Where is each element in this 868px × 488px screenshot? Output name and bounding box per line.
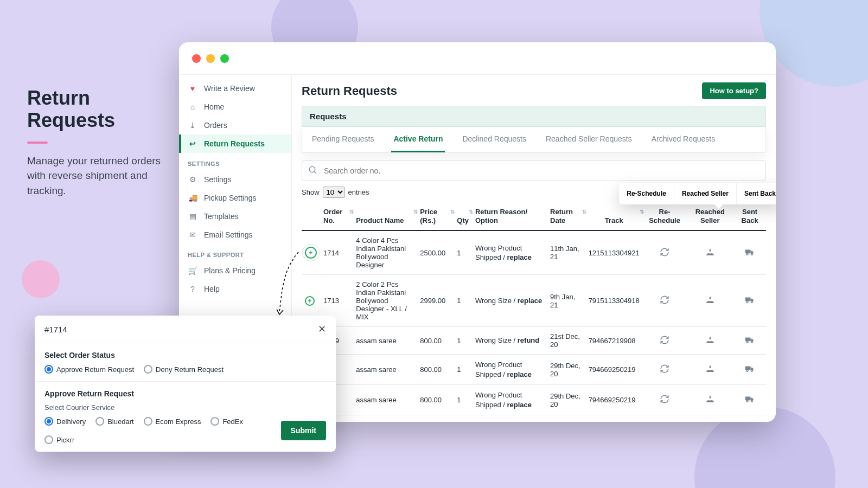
radio-approve[interactable]: Approve Return Request (44, 365, 134, 374)
reached-seller-icon[interactable] (705, 247, 716, 257)
heart-icon: ♥ (188, 84, 197, 93)
svg-point-13 (751, 370, 752, 371)
cell-price: 2500.00 (417, 230, 454, 275)
radio-deny[interactable]: Deny Return Request (144, 365, 224, 374)
expand-row-button[interactable]: + (305, 296, 315, 306)
reached-seller-icon[interactable] (705, 295, 716, 305)
radio-courier-pickrr[interactable]: Pickrr (44, 435, 74, 444)
window-close-icon[interactable] (192, 54, 201, 63)
sidebar-item-review[interactable]: ♥ Write a Review (179, 79, 291, 98)
radio-icon (144, 365, 152, 374)
radio-icon (44, 417, 53, 426)
tooltip-reschedule: Re-Schedule (619, 183, 674, 204)
cell-reason: Wrong Product Shipped / replace (472, 230, 547, 275)
cell-date: 29th Dec, 20 (547, 385, 585, 415)
sidebar-item-label: Help (204, 285, 220, 293)
radio-courier-ecom-express[interactable]: Ecom Express (144, 417, 201, 426)
svg-rect-8 (745, 337, 751, 341)
col-price[interactable]: Price (Rs.) (417, 202, 454, 230)
mail-icon: ✉ (188, 230, 197, 240)
svg-point-16 (751, 401, 752, 402)
close-button[interactable]: ✕ (318, 323, 326, 335)
col-track[interactable]: Track (585, 202, 643, 230)
table-row: +1709assam saree800.001Wrong Size / refu… (302, 327, 766, 355)
cell-track: 794667219908 (585, 327, 643, 355)
sidebar-item-plans[interactable]: 🛒 Plans & Pricing (179, 261, 291, 280)
sidebar-item-label: Email Settings (204, 230, 252, 239)
table-row: +17132 Color 2 Pcs Indian Pakistani Boll… (302, 275, 766, 327)
window-minimize-icon[interactable] (206, 54, 215, 63)
tab-reached-seller[interactable]: Reached Seller Requests (544, 127, 634, 152)
radio-courier-fedex[interactable]: FedEx (210, 417, 243, 426)
window-maximize-icon[interactable] (220, 54, 229, 63)
cell-reason: Wrong Product Shipped / replace (472, 355, 547, 385)
cell-qty: 1 (454, 385, 472, 415)
reschedule-icon[interactable] (660, 364, 669, 374)
sidebar-item-email[interactable]: ✉ Email Settings (179, 226, 291, 244)
reschedule-icon[interactable] (660, 247, 669, 257)
svg-point-7 (751, 301, 752, 303)
sidebar-item-help[interactable]: ? Help (179, 280, 291, 298)
sent-back-icon[interactable] (744, 335, 756, 345)
search-input[interactable] (302, 160, 766, 181)
svg-point-6 (746, 301, 748, 303)
tab-declined[interactable]: Declined Requests (460, 127, 528, 152)
submit-button[interactable]: Submit (281, 421, 326, 440)
sidebar-item-orders[interactable]: ⤓ Orders (179, 116, 291, 134)
reschedule-icon[interactable] (660, 394, 669, 404)
gear-icon: ⚙ (188, 175, 197, 184)
cell-price: 800.00 (417, 327, 454, 355)
svg-rect-5 (745, 298, 751, 301)
sidebar-item-home[interactable]: ⌂ Home (179, 98, 291, 116)
radio-icon (144, 417, 152, 426)
approve-heading: Approve Return Request (44, 389, 326, 398)
col-product[interactable]: Product Name (353, 202, 417, 230)
sidebar-item-label: Write a Review (204, 84, 255, 93)
col-qty[interactable]: Qty (454, 202, 472, 230)
col-date[interactable]: Return Date (547, 202, 585, 230)
svg-point-0 (309, 166, 315, 172)
cell-product: 4 Color 4 Pcs Indian Pakistani Bollywood… (353, 230, 417, 275)
hero-panel: Return Requests Manage your returned ord… (27, 87, 163, 198)
cell-date: 29th Dec, 20 (547, 355, 585, 385)
sidebar-item-templates[interactable]: ▤ Templates (179, 207, 291, 226)
tab-active-return[interactable]: Active Return (391, 127, 445, 152)
expand-row-button[interactable]: + (305, 247, 317, 259)
inbox-icon: ⤓ (188, 120, 197, 130)
cell-product: 2 Color 2 Pcs Indian Pakistani Bollywood… (353, 275, 417, 327)
reschedule-icon[interactable] (660, 295, 669, 305)
search-icon (308, 165, 318, 177)
sent-back-icon[interactable] (744, 364, 756, 374)
reached-seller-icon[interactable] (705, 335, 716, 345)
reached-seller-icon[interactable] (705, 394, 716, 404)
radio-courier-delhivery[interactable]: Delhivery (44, 417, 86, 426)
col-order-no[interactable]: Order No. (320, 202, 353, 230)
sent-back-icon[interactable] (744, 295, 756, 305)
tab-pending[interactable]: Pending Requests (310, 127, 376, 152)
col-reached: Reached Seller (686, 202, 733, 230)
home-icon: ⌂ (188, 102, 197, 112)
radio-icon (44, 435, 53, 444)
sidebar-item-settings[interactable]: ⚙ Settings (179, 170, 291, 189)
hero-divider (27, 142, 48, 144)
courier-label: Select Courier Service (44, 403, 326, 412)
sidebar-item-label: Settings (204, 175, 232, 184)
order-detail-modal: #1714 ✕ Select Order Status Approve Retu… (35, 316, 336, 452)
how-to-setup-button[interactable]: How to setup? (702, 82, 766, 99)
sent-back-icon[interactable] (744, 247, 756, 257)
sent-back-icon[interactable] (744, 394, 756, 404)
window-titlebar (179, 42, 776, 75)
main-content: Return Requests How to setup? Requests P… (292, 75, 776, 422)
table-row: assam saree800.001Wrong Product Shipped … (302, 355, 766, 385)
table-row: +17144 Color 4 Pcs Indian Pakistani Boll… (302, 230, 766, 275)
cell-date (547, 415, 585, 422)
reached-seller-icon[interactable] (705, 364, 716, 374)
reschedule-icon[interactable] (660, 335, 669, 345)
entries-label: entries (348, 188, 369, 196)
sidebar-item-pickup[interactable]: 🚚 Pickup Settings (179, 189, 291, 207)
entries-select[interactable]: 10 (323, 187, 345, 198)
table-row: assam saree800.001Wrong Product Shipped … (302, 385, 766, 415)
tab-archived[interactable]: Archived Requests (649, 127, 718, 152)
radio-courier-bluedart[interactable]: Bluedart (95, 417, 133, 426)
sidebar-item-return-requests[interactable]: ↩ Return Requests (179, 134, 291, 153)
